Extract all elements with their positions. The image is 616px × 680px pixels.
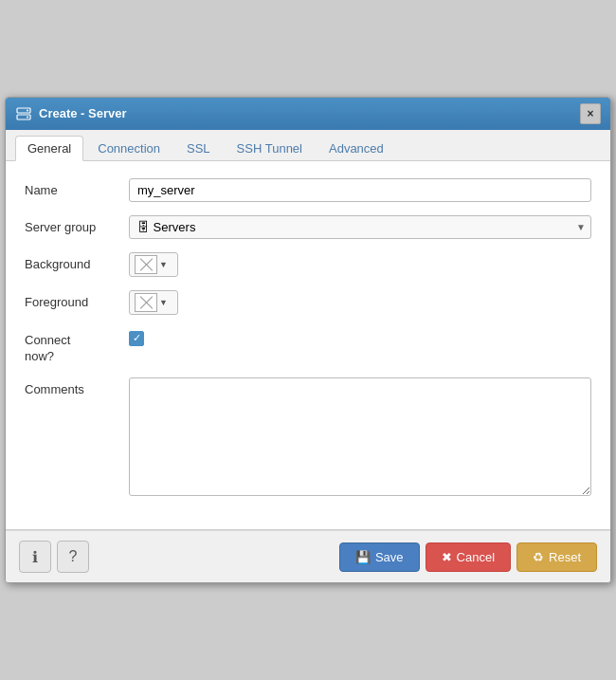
tab-bar: General Connection SSL SSH Tunnel Advanc… xyxy=(6,130,610,161)
foreground-row: Foreground ▼ xyxy=(25,290,591,315)
name-field-wrapper xyxy=(129,178,591,202)
reset-recycle-icon: ♻ xyxy=(533,550,544,564)
background-label: Background xyxy=(25,252,129,271)
connect-now-checkbox-wrapper: ✓ xyxy=(129,328,591,346)
connect-now-label: Connectnow? xyxy=(25,328,129,365)
name-row: Name xyxy=(25,178,591,202)
no-color-x-icon xyxy=(136,256,156,273)
tab-general[interactable]: General xyxy=(15,136,83,161)
server-icon xyxy=(15,105,32,122)
cancel-button[interactable]: ✖ Cancel xyxy=(426,542,511,572)
save-button[interactable]: 💾 Save xyxy=(339,542,420,572)
svg-point-2 xyxy=(27,109,28,111)
checkmark-icon: ✓ xyxy=(133,333,141,343)
foreground-color-swatch xyxy=(135,293,157,312)
connect-now-row: Connectnow? ✓ xyxy=(25,328,591,365)
background-row: Background ▼ xyxy=(25,252,591,277)
background-field-wrapper: ▼ xyxy=(129,252,591,277)
footer-left-buttons: ℹ ? xyxy=(19,541,89,573)
cancel-x-icon: ✖ xyxy=(442,550,452,564)
svg-point-3 xyxy=(27,116,28,118)
info-button[interactable]: ℹ xyxy=(19,541,51,573)
tab-ssl[interactable]: SSL xyxy=(174,136,223,160)
background-dropdown-icon: ▼ xyxy=(159,260,168,269)
server-group-select[interactable]: 🗄 Servers xyxy=(129,215,591,239)
reset-button[interactable]: ♻ Reset xyxy=(516,542,597,572)
server-group-label: Server group xyxy=(25,215,129,234)
foreground-field-wrapper: ▼ xyxy=(129,290,591,315)
save-label: Save xyxy=(375,550,404,564)
save-disk-icon: 💾 xyxy=(355,550,371,564)
window-title: Create - Server xyxy=(39,106,127,120)
comments-row: Comments xyxy=(25,377,591,499)
connect-now-checkbox[interactable]: ✓ xyxy=(129,331,144,346)
server-group-row: Server group 🗄 Servers ▼ xyxy=(25,215,591,239)
background-color-swatch xyxy=(135,255,157,274)
titlebar-left: Create - Server xyxy=(15,105,127,122)
background-color-picker[interactable]: ▼ xyxy=(129,252,178,277)
close-button[interactable]: × xyxy=(580,103,601,124)
footer-right-buttons: 💾 Save ✖ Cancel ♻ Reset xyxy=(339,542,597,572)
foreground-dropdown-icon: ▼ xyxy=(159,298,168,307)
connect-now-field-wrapper: ✓ xyxy=(129,328,591,346)
name-input[interactable] xyxy=(129,178,591,202)
cancel-label: Cancel xyxy=(457,550,495,564)
foreground-label: Foreground xyxy=(25,290,129,309)
form-content: Name Server group 🗄 Servers ▼ Background xyxy=(6,161,610,531)
comments-label: Comments xyxy=(25,377,129,396)
create-server-dialog: Create - Server × General Connection SSL… xyxy=(5,97,611,584)
tab-advanced[interactable]: Advanced xyxy=(317,136,396,160)
footer: ℹ ? 💾 Save ✖ Cancel ♻ Reset xyxy=(6,530,610,582)
server-group-select-wrapper: 🗄 Servers ▼ xyxy=(129,215,591,239)
foreground-color-picker[interactable]: ▼ xyxy=(129,290,178,315)
comments-field-wrapper xyxy=(129,377,591,499)
comments-textarea[interactable] xyxy=(129,377,591,496)
no-color-x-icon-fg xyxy=(136,294,156,311)
name-label: Name xyxy=(25,178,129,197)
titlebar: Create - Server × xyxy=(6,98,610,130)
tab-ssh-tunnel[interactable]: SSH Tunnel xyxy=(225,136,315,160)
reset-label: Reset xyxy=(549,550,581,564)
server-group-field-wrapper: 🗄 Servers ▼ xyxy=(129,215,591,239)
tab-connection[interactable]: Connection xyxy=(85,136,172,160)
help-button[interactable]: ? xyxy=(57,541,89,573)
